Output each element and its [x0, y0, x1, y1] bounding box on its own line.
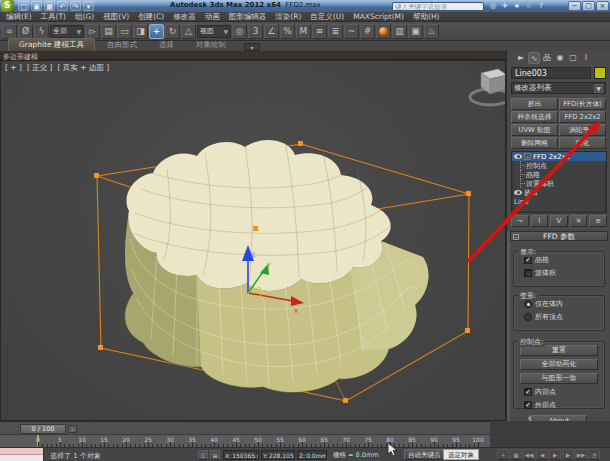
maxscript-mini-listener[interactable] — [0, 448, 44, 461]
rollout-scrollbar[interactable] — [507, 231, 510, 451]
inside-points-row[interactable]: ✓ 内部点 — [524, 387, 604, 397]
source-volume-checkbox[interactable] — [524, 269, 532, 277]
menu-item-0[interactable]: 编辑(E) — [6, 12, 32, 22]
close-button[interactable]: × — [596, 1, 609, 11]
schematic-view-icon[interactable]: # — [360, 24, 375, 39]
snaps-toggle-icon[interactable]: 3 — [248, 24, 263, 39]
x-coordinate-field[interactable]: X:150365.638mm — [223, 450, 259, 460]
stack-item-1[interactable]: 挤出 — [512, 188, 606, 197]
reference-coordinate-dropdown[interactable]: 视图▼ — [197, 25, 231, 38]
unlink-selection-icon[interactable]: Ø — [18, 24, 33, 39]
next-frame-icon[interactable]: ▶ — [562, 449, 574, 460]
ribbon-minimize-button[interactable]: ▾ — [244, 43, 260, 51]
selection-filter-dropdown[interactable]: 全部▼ — [50, 25, 84, 38]
object-name-field[interactable]: Line003 — [511, 67, 591, 79]
redo-icon[interactable]: ↷ — [70, 1, 81, 11]
animate-all-button[interactable]: 全部动画化 — [520, 359, 598, 370]
tab-modify[interactable]: ∿ — [528, 52, 540, 64]
visibility-eye-icon[interactable] — [514, 190, 522, 195]
outside-points-row[interactable]: ✓ 外部点 — [524, 400, 604, 410]
absolute-mode-icon[interactable]: ⊞ — [210, 450, 220, 460]
go-to-start-icon[interactable]: ◀◀ — [523, 449, 535, 460]
window-crossing-icon[interactable]: ◨ — [133, 24, 148, 39]
menu-item-1[interactable]: 工具(T) — [41, 12, 66, 22]
angle-snap-icon[interactable]: ∠ — [264, 24, 279, 39]
align-icon[interactable]: ≡ — [312, 24, 327, 39]
inside-points-checkbox[interactable]: ✓ — [524, 388, 532, 396]
material-editor-icon[interactable] — [376, 24, 391, 39]
infocenter-search-input[interactable]: 键入关键字或短语 — [392, 2, 484, 11]
prev-frame-icon[interactable]: ◀ — [536, 449, 548, 460]
menu-item-7[interactable]: 图形编辑器 — [229, 12, 267, 22]
conform-to-shape-button[interactable]: 与图形一致 — [520, 373, 598, 384]
communication-icon[interactable]: ★ — [512, 1, 522, 11]
render-production-icon[interactable]: ♨ — [424, 24, 439, 39]
modifier-button-4[interactable]: UVW 贴图 — [511, 124, 558, 136]
menu-item-6[interactable]: 动画 — [205, 12, 220, 22]
modifier-button-5[interactable]: 涡轮平滑 — [559, 124, 606, 136]
percent-snap-icon[interactable]: % — [280, 24, 295, 39]
show-end-result-icon[interactable]: I — [531, 215, 549, 227]
tab-create[interactable]: ► — [515, 52, 527, 64]
remove-modifier-icon[interactable]: ✕ — [570, 215, 588, 227]
go-to-end-icon[interactable]: ▶▶ — [575, 449, 587, 460]
menu-item-2[interactable]: 组(G) — [75, 12, 94, 22]
modifier-button-6[interactable]: 删除网格 — [511, 137, 558, 149]
configure-modifier-sets-icon[interactable]: ≡ — [589, 215, 607, 227]
curve-editor-icon[interactable]: ~ — [344, 24, 359, 39]
z-coordinate-field[interactable]: Z:0.0mm — [297, 450, 327, 460]
all-vertices-radio[interactable] — [524, 313, 532, 321]
mirror-icon[interactable]: M — [296, 24, 311, 39]
time-slider-handle[interactable]: 0 / 100 — [20, 424, 66, 434]
tab-utilities[interactable]: ⌇ — [580, 52, 592, 64]
play-icon[interactable]: ▶ — [549, 449, 561, 460]
subscription-icon[interactable]: ✈ — [500, 1, 510, 11]
selected-objects-button[interactable]: 选定对象 — [443, 449, 479, 460]
open-file-icon[interactable]: ▣ — [31, 1, 42, 11]
source-volume-checkbox-row[interactable]: 源体积 — [524, 268, 604, 278]
menu-item-5[interactable]: 修改器 — [173, 12, 196, 22]
modifier-button-3[interactable]: FFD 2x2x2 — [559, 111, 606, 123]
y-coordinate-field[interactable]: Y:228.105mm — [261, 450, 295, 460]
menu-item-4[interactable]: 创建(C) — [138, 12, 164, 22]
ribbon-tab-1[interactable]: 自由形式 — [97, 39, 147, 51]
select-object-icon[interactable]: ▻ — [85, 24, 100, 39]
tab-display[interactable]: ▢ — [567, 52, 579, 64]
tab-hierarchy[interactable]: 品 — [541, 52, 553, 64]
menu-item-8[interactable]: 渲染(R) — [275, 12, 301, 22]
next-frame-arrow[interactable]: › — [68, 425, 77, 433]
listener-line[interactable] — [0, 455, 43, 461]
select-and-link-icon[interactable]: ∞ — [2, 24, 17, 39]
key-filters-icon[interactable]: ▦ — [510, 449, 522, 460]
viewport-pov-menu[interactable]: [ 正交 ] — [27, 63, 53, 73]
ribbon-tab-3[interactable]: 对象绘制 — [186, 39, 236, 51]
menu-item-9[interactable]: 自定义(U) — [310, 12, 344, 22]
select-and-scale-icon[interactable]: △ — [181, 24, 196, 39]
pin-stack-icon[interactable]: ⊸ — [511, 215, 529, 227]
select-and-rotate-icon[interactable]: ↻ — [165, 24, 180, 39]
search-icon[interactable]: ◎ — [488, 1, 498, 11]
time-config-icon[interactable]: ◔ — [588, 449, 600, 460]
use-pivot-point-icon[interactable]: ◎ — [232, 24, 247, 39]
track-bar-ruler[interactable]: 0510152025303540455055606570758085909510… — [0, 434, 490, 447]
ribbon-tab-0[interactable]: Graphite 建模工具 — [8, 38, 95, 51]
macro-recorder-line[interactable] — [0, 448, 43, 455]
rendered-frame-icon[interactable]: ▣ — [408, 24, 423, 39]
workspace-dropdown-icon[interactable]: ▾ — [83, 1, 94, 11]
expand-toggle-icon[interactable]: - — [524, 153, 531, 160]
undo-icon[interactable]: ↶ — [57, 1, 68, 11]
select-by-name-icon[interactable]: ▤ — [101, 24, 116, 39]
visibility-eye-icon[interactable] — [514, 154, 522, 159]
modifier-button-1[interactable]: FFD(长方体) — [559, 98, 606, 110]
layer-manager-icon[interactable]: ≣ — [328, 24, 343, 39]
outside-points-checkbox[interactable]: ✓ — [524, 401, 532, 409]
bind-to-space-warp-icon[interactable]: ϟ — [34, 24, 49, 39]
ffd-parameters-rollout-header[interactable]: − FFD 参数 — [510, 231, 608, 241]
new-file-icon[interactable]: □ — [18, 1, 29, 11]
select-and-move-icon[interactable]: + — [149, 24, 164, 39]
application-menu-button[interactable]: S — [1, 0, 14, 12]
tab-motion[interactable]: ◉ — [554, 52, 566, 64]
save-file-icon[interactable]: ▦ — [44, 1, 55, 11]
menu-item-10[interactable]: MAXScript(M) — [353, 12, 404, 21]
stack-subitem-0-2[interactable]: 设置体积 — [512, 179, 606, 188]
